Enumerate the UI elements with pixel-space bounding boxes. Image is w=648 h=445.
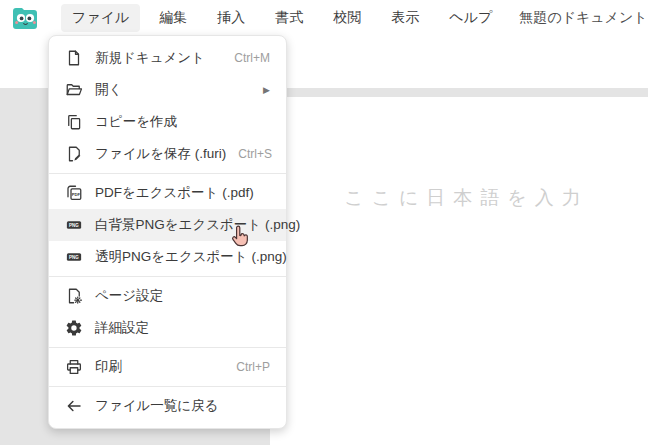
menu-item-shortcut: Ctrl+M: [234, 51, 270, 65]
png-export-icon: PNG: [65, 216, 83, 234]
submenu-arrow-icon: ▶: [263, 85, 270, 95]
app-window: ここに日本語を入力 ファイル編集挿入書式校閲表示ヘルプ 無題のドキュメント ✓ …: [0, 0, 648, 445]
hand-cursor-icon: [228, 224, 252, 250]
menu-item[interactable]: 印刷Ctrl+P: [49, 351, 286, 383]
svg-text:PDF: PDF: [72, 192, 81, 197]
menu-separator: [49, 386, 286, 387]
menu-item-label: ファイル一覧に戻る: [95, 397, 218, 415]
menu-separator: [49, 347, 286, 348]
menu-item-label: 新規ドキュメント: [95, 49, 205, 67]
menubar-item-insert[interactable]: 挿入: [206, 4, 256, 32]
menu-item[interactable]: コピーを作成: [49, 106, 286, 138]
page-settings-icon: [65, 287, 83, 305]
menubar-item-view[interactable]: 表示: [380, 4, 430, 32]
menu-separator: [49, 276, 286, 277]
menu-separator: [49, 173, 286, 174]
open-folder-icon: [65, 81, 83, 99]
editor-placeholder: ここに日本語を入力: [344, 185, 589, 211]
menubar-item-format[interactable]: 書式: [264, 4, 314, 32]
menu-item-label: コピーを作成: [95, 113, 177, 131]
document-page[interactable]: ここに日本語を入力: [270, 97, 648, 445]
new-document-icon: [65, 49, 83, 67]
menubar-item-edit[interactable]: 編集: [148, 4, 198, 32]
menubar-item-help[interactable]: ヘルプ: [438, 4, 503, 32]
menu-item[interactable]: ページ設定: [49, 280, 286, 312]
menubar: ファイル編集挿入書式校閲表示ヘルプ 無題のドキュメント ✓: [0, 0, 648, 36]
gear-icon: [65, 319, 83, 337]
menu-item[interactable]: PDFPDFをエクスポート (.pdf): [49, 177, 286, 209]
pdf-export-icon: PDF: [65, 184, 83, 202]
menu-item-label: 白背景PNGをエクスポート (.png): [95, 216, 300, 234]
menu-item-label: 詳細設定: [95, 319, 149, 337]
menu-item[interactable]: ファイル一覧に戻る: [49, 390, 286, 422]
menu-item-label: ファイルを保存 (.furi): [95, 145, 226, 163]
menu-item-shortcut: Ctrl+S: [238, 147, 272, 161]
svg-text:PNG: PNG: [69, 223, 79, 228]
menu-item[interactable]: 新規ドキュメントCtrl+M: [49, 42, 286, 74]
svg-text:PNG: PNG: [69, 255, 79, 260]
menu-item-shortcut: Ctrl+P: [236, 360, 270, 374]
png-export-icon: PNG: [65, 248, 83, 266]
menu-item[interactable]: ファイルを保存 (.furi)Ctrl+S: [49, 138, 286, 170]
menubar-item-review[interactable]: 校閲: [322, 4, 372, 32]
menu-item-label: 開く: [95, 81, 122, 99]
app-logo-icon[interactable]: [11, 5, 39, 31]
save-file-icon: [65, 145, 83, 163]
menu-item[interactable]: 詳細設定: [49, 312, 286, 344]
menu-item-label: ページ設定: [95, 287, 163, 305]
menu-item-label: 印刷: [95, 358, 122, 376]
menubar-items: ファイル編集挿入書式校閲表示ヘルプ: [61, 4, 503, 32]
menu-item[interactable]: 開く▶: [49, 74, 286, 106]
copy-icon: [65, 113, 83, 131]
back-arrow-icon: [65, 397, 83, 415]
menu-item-label: 透明PNGをエクスポート (.png): [95, 248, 287, 266]
printer-icon: [65, 358, 83, 376]
menu-item-label: PDFをエクスポート (.pdf): [95, 184, 254, 202]
document-title[interactable]: 無題のドキュメント: [519, 9, 647, 27]
menubar-item-file[interactable]: ファイル: [61, 4, 140, 32]
